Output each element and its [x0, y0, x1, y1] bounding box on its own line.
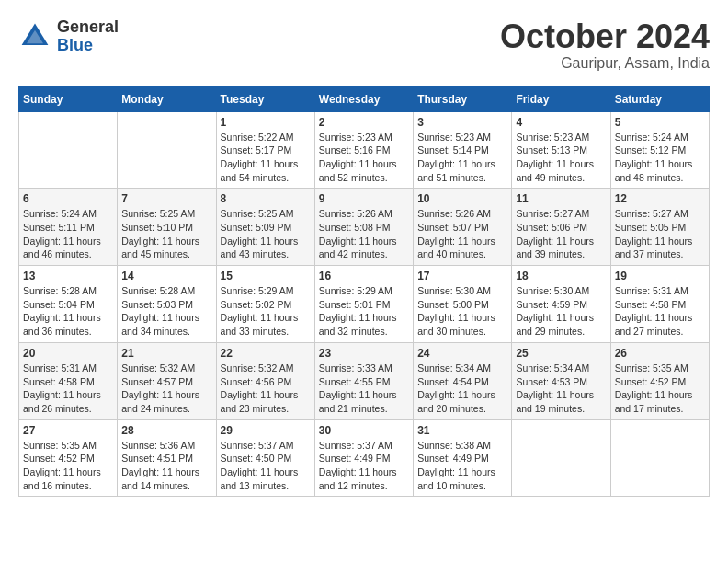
day-info: Sunrise: 5:22 AM Sunset: 5:17 PM Dayligh…: [221, 131, 311, 185]
weekday-header: Friday: [512, 86, 610, 111]
weekday-header: Wednesday: [314, 86, 413, 111]
day-number: 23: [319, 347, 409, 360]
calendar-week-row: 27Sunrise: 5:35 AM Sunset: 4:52 PM Dayli…: [19, 419, 710, 497]
calendar-week-row: 13Sunrise: 5:28 AM Sunset: 5:04 PM Dayli…: [19, 266, 710, 343]
weekday-header: Thursday: [414, 86, 512, 111]
calendar-cell: 7Sunrise: 5:25 AM Sunset: 5:10 PM Daylig…: [118, 189, 216, 266]
calendar-cell: 8Sunrise: 5:25 AM Sunset: 5:09 PM Daylig…: [216, 189, 314, 266]
calendar-week-row: 1Sunrise: 5:22 AM Sunset: 5:17 PM Daylig…: [19, 111, 710, 189]
day-number: 15: [221, 270, 311, 282]
calendar-cell: 21Sunrise: 5:32 AM Sunset: 4:57 PM Dayli…: [118, 342, 216, 419]
day-info: Sunrise: 5:25 AM Sunset: 5:09 PM Dayligh…: [221, 207, 311, 261]
calendar-cell: 26Sunrise: 5:35 AM Sunset: 4:52 PM Dayli…: [610, 342, 709, 419]
calendar-cell: 10Sunrise: 5:26 AM Sunset: 5:07 PM Dayli…: [414, 189, 512, 266]
calendar-cell: 31Sunrise: 5:38 AM Sunset: 4:49 PM Dayli…: [414, 419, 512, 497]
day-number: 9: [319, 192, 409, 205]
calendar-cell: 30Sunrise: 5:37 AM Sunset: 4:49 PM Dayli…: [314, 419, 413, 497]
day-number: 31: [417, 424, 507, 437]
day-number: 13: [23, 270, 113, 282]
day-info: Sunrise: 5:32 AM Sunset: 4:57 PM Dayligh…: [121, 362, 211, 416]
calendar-cell: [512, 419, 610, 497]
weekday-header: Monday: [118, 86, 216, 111]
day-info: Sunrise: 5:23 AM Sunset: 5:14 PM Dayligh…: [417, 131, 507, 185]
day-number: 12: [615, 192, 705, 205]
day-number: 25: [516, 347, 606, 360]
day-number: 14: [121, 270, 211, 282]
day-info: Sunrise: 5:37 AM Sunset: 4:50 PM Dayligh…: [221, 439, 311, 493]
calendar-cell: 5Sunrise: 5:24 AM Sunset: 5:12 PM Daylig…: [610, 111, 709, 189]
calendar-cell: 14Sunrise: 5:28 AM Sunset: 5:03 PM Dayli…: [118, 266, 216, 343]
day-info: Sunrise: 5:25 AM Sunset: 5:10 PM Dayligh…: [121, 207, 211, 261]
calendar-cell: 20Sunrise: 5:31 AM Sunset: 4:58 PM Dayli…: [19, 342, 118, 419]
day-number: 20: [23, 347, 113, 360]
calendar-cell: 11Sunrise: 5:27 AM Sunset: 5:06 PM Dayli…: [512, 189, 610, 266]
day-number: 2: [319, 116, 409, 129]
day-number: 4: [516, 116, 606, 129]
location-subtitle: Gauripur, Assam, India: [500, 55, 710, 72]
calendar-cell: 18Sunrise: 5:30 AM Sunset: 4:59 PM Dayli…: [512, 266, 610, 343]
day-number: 11: [516, 192, 606, 205]
day-number: 3: [417, 116, 507, 129]
calendar-cell: 2Sunrise: 5:23 AM Sunset: 5:16 PM Daylig…: [314, 111, 413, 189]
calendar-cell: 17Sunrise: 5:30 AM Sunset: 5:00 PM Dayli…: [414, 266, 512, 343]
calendar-cell: 16Sunrise: 5:29 AM Sunset: 5:01 PM Dayli…: [314, 266, 413, 343]
logo-blue: Blue: [57, 37, 119, 55]
calendar-cell: 19Sunrise: 5:31 AM Sunset: 4:58 PM Dayli…: [610, 266, 709, 343]
day-number: 17: [417, 270, 507, 282]
day-info: Sunrise: 5:23 AM Sunset: 5:16 PM Dayligh…: [319, 131, 409, 185]
day-info: Sunrise: 5:28 AM Sunset: 5:04 PM Dayligh…: [23, 284, 113, 339]
day-info: Sunrise: 5:34 AM Sunset: 4:53 PM Dayligh…: [516, 362, 606, 416]
day-info: Sunrise: 5:35 AM Sunset: 4:52 PM Dayligh…: [615, 362, 705, 416]
day-number: 18: [516, 270, 606, 282]
calendar-cell: [610, 419, 709, 497]
day-info: Sunrise: 5:23 AM Sunset: 5:13 PM Dayligh…: [516, 131, 606, 185]
weekday-header: Sunday: [19, 86, 118, 111]
calendar-header-row: SundayMondayTuesdayWednesdayThursdayFrid…: [19, 86, 710, 111]
day-info: Sunrise: 5:36 AM Sunset: 4:51 PM Dayligh…: [121, 439, 211, 493]
day-number: 6: [23, 192, 113, 205]
calendar-cell: 15Sunrise: 5:29 AM Sunset: 5:02 PM Dayli…: [216, 266, 314, 343]
day-info: Sunrise: 5:24 AM Sunset: 5:11 PM Dayligh…: [23, 207, 113, 261]
calendar-cell: 6Sunrise: 5:24 AM Sunset: 5:11 PM Daylig…: [19, 189, 118, 266]
page-header: General Blue October 2024 Gauripur, Assa…: [18, 18, 710, 72]
calendar-cell: 29Sunrise: 5:37 AM Sunset: 4:50 PM Dayli…: [216, 419, 314, 497]
calendar-cell: 24Sunrise: 5:34 AM Sunset: 4:54 PM Dayli…: [414, 342, 512, 419]
day-number: 27: [23, 424, 113, 437]
day-info: Sunrise: 5:26 AM Sunset: 5:08 PM Dayligh…: [319, 207, 409, 261]
logo-text: General Blue: [57, 18, 119, 55]
calendar-cell: 4Sunrise: 5:23 AM Sunset: 5:13 PM Daylig…: [512, 111, 610, 189]
day-number: 30: [319, 424, 409, 437]
day-number: 7: [121, 192, 211, 205]
day-info: Sunrise: 5:30 AM Sunset: 5:00 PM Dayligh…: [417, 284, 507, 339]
calendar-cell: [118, 111, 216, 189]
weekday-header: Tuesday: [216, 86, 314, 111]
day-number: 5: [615, 116, 705, 129]
day-info: Sunrise: 5:31 AM Sunset: 4:58 PM Dayligh…: [23, 362, 113, 416]
title-block: October 2024 Gauripur, Assam, India: [500, 18, 710, 72]
day-number: 1: [221, 116, 311, 129]
calendar-cell: 23Sunrise: 5:33 AM Sunset: 4:55 PM Dayli…: [314, 342, 413, 419]
day-number: 19: [615, 270, 705, 282]
day-number: 16: [319, 270, 409, 282]
day-info: Sunrise: 5:24 AM Sunset: 5:12 PM Dayligh…: [615, 131, 705, 185]
day-info: Sunrise: 5:32 AM Sunset: 4:56 PM Dayligh…: [221, 362, 311, 416]
calendar-cell: 12Sunrise: 5:27 AM Sunset: 5:05 PM Dayli…: [610, 189, 709, 266]
day-number: 22: [221, 347, 311, 360]
calendar-cell: 28Sunrise: 5:36 AM Sunset: 4:51 PM Dayli…: [118, 419, 216, 497]
day-info: Sunrise: 5:35 AM Sunset: 4:52 PM Dayligh…: [23, 439, 113, 493]
logo-icon: [18, 20, 51, 53]
calendar-cell: 22Sunrise: 5:32 AM Sunset: 4:56 PM Dayli…: [216, 342, 314, 419]
day-number: 10: [417, 192, 507, 205]
day-number: 21: [121, 347, 211, 360]
day-info: Sunrise: 5:38 AM Sunset: 4:49 PM Dayligh…: [417, 439, 507, 493]
day-info: Sunrise: 5:28 AM Sunset: 5:03 PM Dayligh…: [121, 284, 211, 339]
day-number: 8: [221, 192, 311, 205]
day-info: Sunrise: 5:30 AM Sunset: 4:59 PM Dayligh…: [516, 284, 606, 339]
day-number: 26: [615, 347, 705, 360]
weekday-header: Saturday: [610, 86, 709, 111]
calendar-cell: 9Sunrise: 5:26 AM Sunset: 5:08 PM Daylig…: [314, 189, 413, 266]
calendar-cell: 3Sunrise: 5:23 AM Sunset: 5:14 PM Daylig…: [414, 111, 512, 189]
day-info: Sunrise: 5:29 AM Sunset: 5:02 PM Dayligh…: [221, 284, 311, 339]
day-info: Sunrise: 5:29 AM Sunset: 5:01 PM Dayligh…: [319, 284, 409, 339]
calendar-cell: 1Sunrise: 5:22 AM Sunset: 5:17 PM Daylig…: [216, 111, 314, 189]
